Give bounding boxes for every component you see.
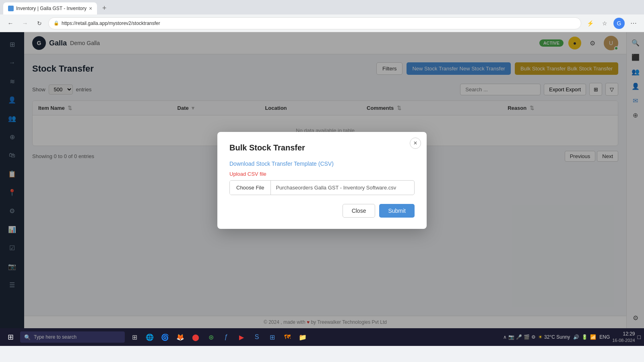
- address-bar[interactable]: 🔒 https://retail.galla.app/mystorev2/sto…: [48, 17, 581, 29]
- taskbar-icon-firefox[interactable]: 🦊: [173, 330, 188, 344]
- taskbar-icon-s[interactable]: S: [250, 330, 264, 344]
- language-text: ENG: [599, 334, 610, 340]
- modal-title: Bulk Stock Transfer: [229, 143, 415, 152]
- date-display: 16-08-2024: [612, 337, 635, 343]
- upload-label: Upload CSV file: [229, 171, 415, 177]
- sys-icon-battery[interactable]: 🔋: [581, 334, 588, 340]
- url-text: https://retail.galla.app/mystorev2/stock…: [62, 21, 160, 26]
- taskbar-icon-1[interactable]: ⊞: [127, 330, 142, 344]
- more-menu-button[interactable]: ⋯: [628, 18, 639, 29]
- taskbar-icon-fb[interactable]: ƒ: [219, 330, 233, 344]
- weather-text: 32°C Sunny: [544, 334, 570, 340]
- favorites-button[interactable]: ☆: [599, 18, 610, 29]
- profile-button[interactable]: G: [613, 18, 625, 29]
- taskbar: ⊞ 🔍 Type here to search ⊞ 🌐 🌀 🦊 ⬤ ⊛ ƒ ▶ …: [0, 328, 644, 346]
- extensions-button[interactable]: ⚡: [584, 18, 596, 29]
- taskbar-search[interactable]: 🔍 Type here to search: [20, 331, 125, 343]
- modal-actions: Close Submit: [229, 204, 415, 218]
- tray-expand[interactable]: ∧: [503, 334, 507, 340]
- taskbar-icon-map[interactable]: 🗺: [280, 330, 295, 344]
- download-template-link[interactable]: Download Stock Transfer Template (CSV): [229, 160, 415, 167]
- browser-toolbar: ← → ↻ 🔒 https://retail.galla.app/mystore…: [0, 14, 644, 32]
- tray-icon-cam[interactable]: 📷: [508, 334, 514, 340]
- taskbar-icon-edge[interactable]: 🌀: [158, 330, 172, 344]
- taskbar-icon-2[interactable]: 🌐: [142, 330, 157, 344]
- app-container: ⊞ → ≋ 👤 👥 ⊕ 🛍 📋 📍 ⚙ 📊 ☑ 📷 ☰ G Galla Demo…: [0, 32, 644, 328]
- taskbar-search-icon: 🔍: [24, 334, 31, 340]
- tray-icon-mic[interactable]: 🎤: [516, 334, 522, 340]
- tray-icon-vid[interactable]: 🎬: [524, 334, 530, 340]
- taskbar-time-language: ENG 12:29 16-08-2024 □: [599, 331, 641, 343]
- sys-icon-network[interactable]: 📶: [589, 334, 597, 340]
- weather-icon: ☀: [538, 334, 543, 340]
- back-button[interactable]: ←: [5, 18, 16, 29]
- taskbar-tray: ∧ 📷 🎤 🎬 ⚙: [503, 334, 536, 340]
- tab-favicon: [8, 6, 14, 11]
- taskbar-sys-icons: 🔊 🔋 📶: [572, 334, 597, 340]
- weather-widget: ☀ 32°C Sunny: [538, 334, 570, 340]
- file-name-display: Purchaseorders Galla GST - Inventory Sof…: [271, 181, 414, 195]
- time-date[interactable]: 12:29 16-08-2024: [612, 331, 635, 343]
- modal-overlay: × Bulk Stock Transfer Download Stock Tra…: [0, 32, 644, 328]
- close-icon: ×: [413, 140, 417, 146]
- time-display: 12:29: [612, 331, 635, 337]
- modal-close-button[interactable]: ×: [410, 138, 421, 149]
- taskbar-icon-chrome[interactable]: ⊛: [204, 330, 218, 344]
- sys-icon-volume[interactable]: 🔊: [572, 334, 580, 340]
- taskbar-icon-circle[interactable]: ⬤: [188, 330, 203, 344]
- taskbar-icon-yt[interactable]: ▶: [234, 330, 249, 344]
- submit-button[interactable]: Submit: [379, 204, 415, 218]
- lock-icon: 🔒: [54, 21, 59, 26]
- tray-icon-gear[interactable]: ⚙: [531, 334, 536, 340]
- browser-tab[interactable]: Inventory | Galla GST - Inventory ×: [3, 2, 97, 14]
- close-modal-button[interactable]: Close: [343, 204, 376, 218]
- refresh-button[interactable]: ↻: [34, 18, 45, 29]
- taskbar-icon-explorer[interactable]: 📁: [295, 330, 310, 344]
- notifications-button[interactable]: □: [638, 334, 641, 340]
- tab-title: Inventory | Galla GST - Inventory: [16, 6, 87, 11]
- taskbar-icon-win[interactable]: ⊞: [265, 330, 279, 344]
- tab-close-icon[interactable]: ×: [89, 5, 92, 12]
- browser-chrome: Inventory | Galla GST - Inventory × +: [0, 0, 644, 14]
- forward-button[interactable]: →: [19, 18, 31, 29]
- taskbar-icons: ⊞ 🌐 🌀 🦊 ⬤ ⊛ ƒ ▶ S ⊞ 🗺 📁: [127, 330, 310, 344]
- file-input-row: Choose File Purchaseorders Galla GST - I…: [229, 180, 415, 195]
- taskbar-search-placeholder: Type here to search: [34, 334, 76, 340]
- start-button[interactable]: ⊞: [3, 330, 18, 344]
- modal: × Bulk Stock Transfer Download Stock Tra…: [217, 132, 427, 229]
- new-tab-button[interactable]: +: [99, 2, 110, 14]
- choose-file-button[interactable]: Choose File: [230, 181, 271, 195]
